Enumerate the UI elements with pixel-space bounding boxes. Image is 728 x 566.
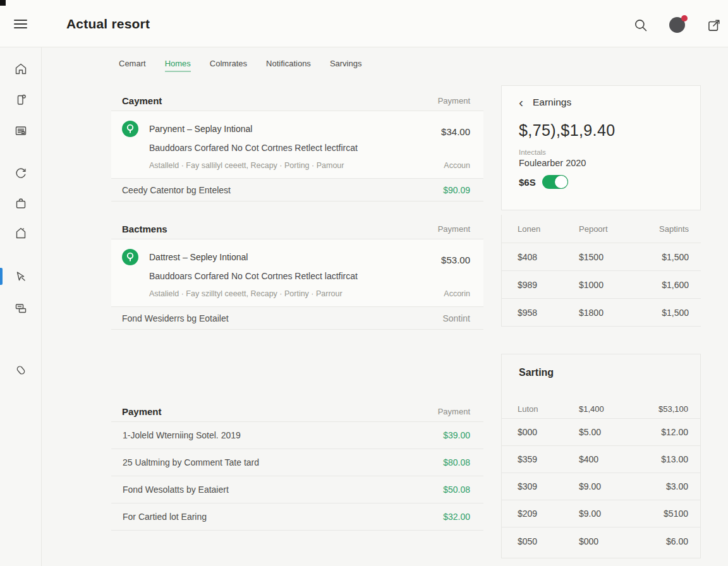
cell: $1800 — [579, 308, 618, 318]
stats-header: Saptints — [618, 224, 689, 234]
cell: $359 — [518, 454, 579, 464]
transaction-amount: $34.00 — [441, 121, 470, 137]
section-header: Cayment Payment — [111, 90, 483, 111]
cell: $5.00 — [579, 427, 617, 437]
earnings-toggle[interactable] — [542, 175, 568, 189]
table-row[interactable]: $209 $9.00 $5100 — [502, 500, 700, 527]
back-button[interactable]: ‹ — [519, 97, 523, 108]
invoice-icon[interactable] — [13, 123, 28, 138]
stats-table: Lonen Pepoort Saptints $408 $1500 $1,500… — [501, 215, 701, 327]
table-row[interactable]: $359 $400 $13.00 — [502, 446, 700, 473]
sarting-header-row: Luton $1,400 $53,100 — [502, 399, 700, 419]
table-row[interactable]: $989 $1000 $1,600 — [502, 271, 701, 299]
payment-value: $39.00 — [443, 430, 470, 440]
cell: $9.00 — [579, 481, 617, 491]
home-outline-icon[interactable] — [13, 226, 28, 241]
bag-icon[interactable] — [13, 196, 28, 211]
section-title: Cayment — [122, 95, 162, 106]
list-item-value: $90.09 — [443, 185, 470, 195]
table-row[interactable]: $050 $000 $6.00 — [502, 527, 700, 555]
section-cayment: Cayment Payment Parynent – Seplay Intion… — [111, 90, 483, 202]
tab-notifications[interactable]: Notifications — [266, 59, 311, 72]
corner-mark — [0, 0, 6, 6]
layers-icon[interactable] — [13, 301, 28, 316]
transaction-subtitle: Bauddoars Corfared No Cot Cortnes Retlec… — [149, 271, 470, 281]
list-item-label: Fond Wesiderrs bg Eotailet — [122, 313, 229, 323]
tab-cemart[interactable]: Cemart — [119, 59, 146, 72]
payment-value: $50.08 — [443, 485, 470, 495]
payment-label: 1-Joleld Wterniing Sotel. 2019 — [123, 430, 241, 440]
transaction-amount: $53.00 — [441, 249, 470, 265]
cell: $6.00 — [617, 536, 688, 546]
column-header-payment: Payment — [438, 96, 470, 105]
earnings-period: Foulearber 2020 — [519, 158, 700, 168]
column-header-payment: Payment — [438, 224, 470, 234]
refresh-icon[interactable] — [13, 166, 28, 181]
payment-row[interactable]: 1-Joleld Wterniing Sotel. 2019 $39.00 — [111, 422, 483, 449]
search-icon[interactable] — [633, 17, 649, 33]
sarting-title: Sarting — [502, 354, 700, 378]
cell: $1000 — [579, 280, 618, 290]
payment-row[interactable]: 25 Ualtming by Comment Tate tard $80.08 — [111, 449, 483, 476]
cell: $1500 — [579, 252, 618, 262]
sarting-panel: Sarting Luton $1,400 $53,100 $000 $5.00 … — [501, 354, 701, 558]
cell: $209 — [518, 509, 579, 519]
transaction-subtitle: Bauddoars Corfared No Cot Cortnes Retlec… — [149, 143, 470, 153]
payment-row[interactable]: For Cartied lot Earing $32.00 — [111, 503, 483, 531]
avatar[interactable] — [669, 17, 685, 33]
section-header: Bactmens Payment — [111, 219, 483, 239]
cell: $12.00 — [617, 427, 688, 437]
column-header-payment: Payment — [438, 407, 470, 416]
app-window: Actual resort — [0, 0, 728, 566]
payment-label: For Cartied lot Earing — [123, 512, 207, 522]
cell: $9.00 — [579, 509, 617, 519]
menu-icon[interactable] — [14, 20, 27, 31]
stats-header-row: Lonen Pepoort Saptints — [502, 215, 701, 243]
tag-icon[interactable] — [13, 363, 28, 378]
transaction-row[interactable]: Dattrest – Sepley Intional $53.00 Bauddo… — [111, 239, 483, 307]
section-header: Payment Payment — [111, 401, 483, 422]
list-item[interactable]: Ceedy Catentor bg Entelest $90.09 — [111, 179, 483, 202]
top-bar: Actual resort — [0, 0, 728, 47]
section-title: Payment — [122, 406, 162, 417]
transaction-title: Parynent – Seplay Intional — [149, 121, 252, 134]
page-title: Actual resort — [66, 16, 150, 32]
table-row[interactable]: $408 $1500 $1,500 — [502, 243, 701, 271]
payment-value: $32.00 — [443, 512, 470, 522]
cell: $5100 — [617, 509, 688, 519]
cell: $400 — [579, 454, 617, 464]
transaction-meta-right: Accorin — [444, 289, 470, 298]
cell: $1,500 — [618, 252, 689, 262]
table-row[interactable]: $000 $5.00 $12.00 — [502, 419, 700, 446]
cell: Luton — [518, 404, 579, 414]
tab-homes[interactable]: Homes — [165, 59, 191, 72]
tab-sarvings[interactable]: Sarvings — [330, 59, 362, 72]
cell: $3.00 — [617, 481, 688, 491]
pin-icon — [122, 121, 138, 137]
cell: $1,400 — [579, 404, 617, 414]
sidebar — [0, 47, 42, 566]
payment-row[interactable]: Fond Wesolatts by Eataiert $50.08 — [111, 476, 483, 503]
table-row[interactable]: $309 $9.00 $3.00 — [502, 473, 700, 500]
share-icon[interactable] — [706, 17, 722, 33]
earnings-sublabel: Intectals — [519, 148, 700, 156]
cursor-icon[interactable] — [13, 269, 28, 284]
device-icon[interactable] — [13, 92, 28, 107]
cell: $1,500 — [618, 308, 689, 318]
pin-icon — [122, 249, 138, 265]
cell: $000 — [579, 536, 617, 546]
transaction-row[interactable]: Parynent – Seplay Intional $34.00 Bauddo… — [111, 111, 483, 179]
tab-colmrates[interactable]: Colmrates — [210, 59, 247, 72]
table-row[interactable]: $958 $1800 $1,500 — [502, 299, 701, 327]
transaction-meta: Astalield · Fay szilltyl ceeett, Recapy … — [149, 289, 343, 298]
active-nav-indicator — [0, 268, 3, 285]
cell: $408 — [518, 252, 579, 262]
list-item-label: Ceedy Catentor bg Entelest — [122, 185, 231, 195]
cell: $989 — [518, 280, 579, 290]
payment-label: Fond Wesolatts by Eataiert — [123, 485, 229, 495]
cell: $1,600 — [618, 280, 689, 290]
list-item[interactable]: Fond Wesiderrs bg Eotailet Sontint — [111, 307, 483, 330]
transaction-meta-right: Accoun — [444, 161, 470, 170]
notification-dot — [681, 15, 688, 21]
home-icon[interactable] — [13, 61, 28, 76]
